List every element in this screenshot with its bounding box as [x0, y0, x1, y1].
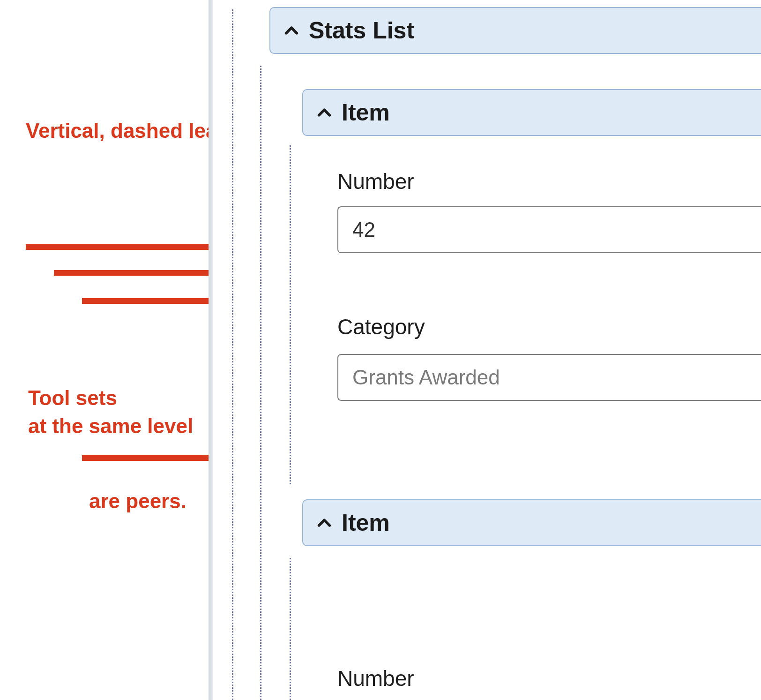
item-header-2[interactable]: Item	[302, 499, 761, 546]
item-header-1-label: Item	[342, 99, 390, 126]
item-header-1[interactable]: Item	[302, 89, 761, 136]
item-header-2-label: Item	[342, 509, 390, 536]
category-input-1-placeholder: Grants Awarded	[352, 366, 500, 389]
number-label-1: Number	[337, 169, 414, 194]
number-input-1[interactable]: 42	[337, 206, 761, 253]
category-input-1[interactable]: Grants Awarded	[337, 354, 761, 401]
number-input-1-value: 42	[352, 218, 375, 241]
chevron-up-icon	[316, 515, 332, 531]
chevron-up-icon	[316, 105, 332, 120]
category-label-1: Category	[337, 314, 425, 339]
annotation-peers-line1: Tool sets	[28, 384, 117, 411]
arrow-to-leader-1	[26, 237, 234, 257]
leader-line-level-2	[260, 66, 261, 700]
leader-line-level-1	[232, 9, 233, 700]
stats-list-header[interactable]: Stats List	[269, 7, 761, 54]
annotation-peers-line2: at the same level	[28, 413, 193, 439]
leader-line-level-3b	[290, 558, 291, 700]
leader-line-level-3a	[290, 145, 291, 484]
stats-list-header-label: Stats List	[309, 17, 414, 44]
number-label-2: Number	[337, 666, 414, 691]
annotation-peers-line3: are peers.	[89, 488, 187, 514]
panel-divider	[209, 0, 213, 700]
chevron-up-icon	[284, 23, 299, 38]
